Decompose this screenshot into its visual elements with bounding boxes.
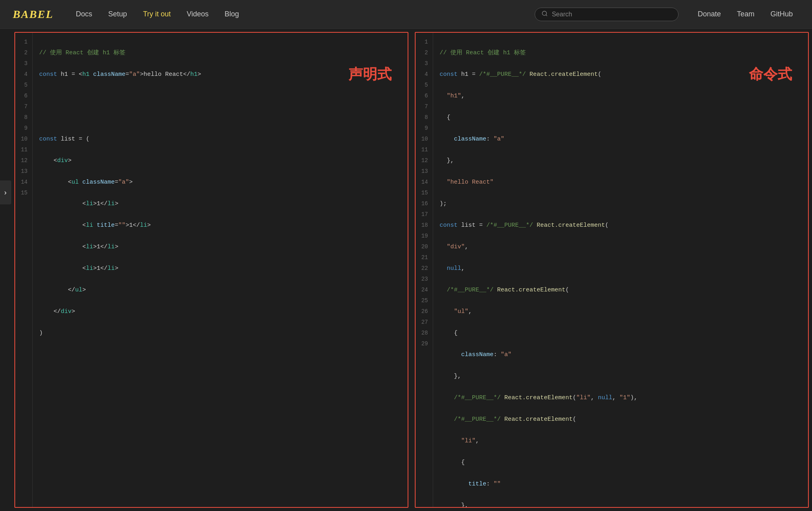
nav-team[interactable]: Team	[730, 7, 761, 22]
left-line-numbers: 12345 678910 1112131415	[15, 33, 33, 507]
nav-setup[interactable]: Setup	[102, 7, 133, 22]
svg-point-0	[542, 11, 547, 16]
nav-right: Donate Team GitHub	[691, 7, 799, 22]
right-code-panel: 命令式 12345 678910 1112131415 1617181920 2…	[415, 32, 809, 508]
right-line-numbers: 12345 678910 1112131415 1617181920 21222…	[416, 33, 433, 507]
navbar: BABEL Docs Setup Try it out Videos Blog …	[0, 0, 812, 29]
search-icon	[541, 10, 548, 18]
chevron-right-icon: ›	[4, 188, 7, 197]
sidebar-toggle[interactable]: ›	[0, 180, 11, 204]
logo[interactable]: BABEL	[13, 8, 54, 21]
logo-text: BABEL	[13, 8, 54, 20]
nav-videos[interactable]: Videos	[180, 7, 215, 22]
nav-try-it-out[interactable]: Try it out	[137, 7, 177, 22]
left-code-editor[interactable]: 12345 678910 1112131415 // 使用 React 创建 h…	[15, 33, 408, 507]
nav-donate[interactable]: Donate	[691, 7, 727, 22]
left-code-panel: 声明式 12345 678910 1112131415 // 使用 React …	[14, 32, 408, 508]
main-content: › 声明式 12345 678910 1112131415 // 使用 Reac…	[0, 29, 812, 511]
right-code-editor[interactable]: 12345 678910 1112131415 1617181920 21222…	[416, 33, 808, 507]
nav-blog[interactable]: Blog	[218, 7, 245, 22]
search-box[interactable]	[535, 8, 679, 21]
right-code-content[interactable]: // 使用 React 创建 h1 标签 const h1 = /*#__PUR…	[433, 33, 808, 507]
nav-docs[interactable]: Docs	[70, 7, 99, 22]
nav-github[interactable]: GitHub	[764, 7, 799, 22]
code-panels: 声明式 12345 678910 1112131415 // 使用 React …	[11, 29, 812, 511]
left-code-content[interactable]: // 使用 React 创建 h1 标签 const h1 = <h1 clas…	[33, 33, 408, 507]
nav-links: Docs Setup Try it out Videos Blog	[70, 7, 522, 22]
search-input[interactable]	[552, 11, 672, 18]
svg-line-1	[546, 15, 547, 16]
